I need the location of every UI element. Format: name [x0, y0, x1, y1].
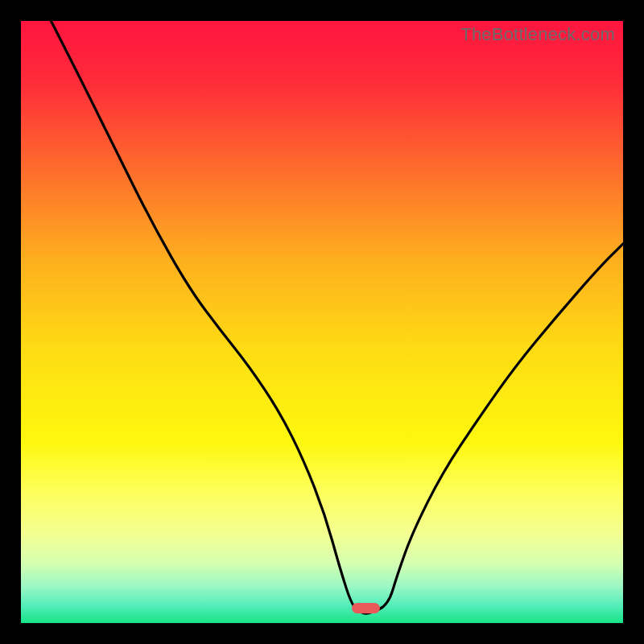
bottleneck-curve	[21, 21, 623, 623]
optimal-range-pill	[352, 603, 379, 613]
chart-frame: TheBottleneck.com	[0, 0, 644, 644]
plot-area: TheBottleneck.com	[21, 21, 623, 623]
